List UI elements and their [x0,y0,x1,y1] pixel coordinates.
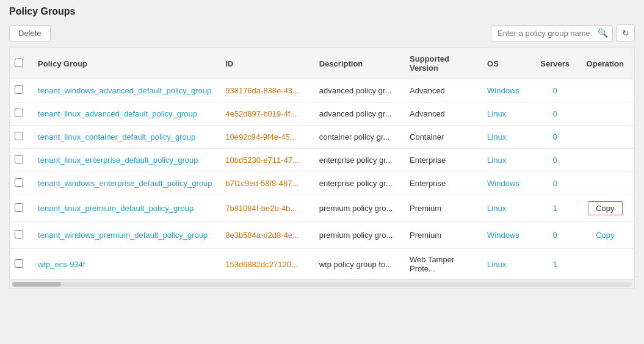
header-description: Description [314,48,405,79]
row-servers[interactable]: 1 [534,249,576,280]
row-servers[interactable]: 0 [534,126,576,149]
row-servers[interactable]: 0 [534,172,576,195]
search-input-wrapper: 🔍 [491,25,613,41]
row-servers[interactable]: 0 [534,149,576,172]
row-checkbox[interactable] [15,178,23,187]
row-os: Linux [482,102,534,126]
row-servers[interactable]: 1 [534,195,576,222]
scrollbar-track [12,282,632,287]
row-os: Windows [482,79,534,102]
header-servers: Servers [534,48,576,79]
row-os: Linux [482,195,534,222]
policy-group-link[interactable]: wtp_ecs-934f [38,260,85,269]
row-id: b7f1c9ed-58f8-487... [220,172,314,195]
row-id: 4e52d897-b019-4f... [220,102,314,126]
page-wrapper: Policy Groups Delete 🔍 ↻ Policy Group ID… [0,0,644,344]
row-operation [576,102,634,126]
header-operation: Operation [576,48,634,79]
row-checkbox[interactable] [15,109,23,117]
refresh-button[interactable]: ↻ [617,24,635,41]
row-description: wtp policy group fo... [314,249,405,280]
table-row: tenant_windows_premium_default_policy_gr… [10,222,634,249]
header-checkbox-col [10,48,33,79]
row-description: advanced policy gr... [314,79,405,102]
scrollbar-thumb [12,282,61,287]
row-id: 153d6882dc27120... [220,249,314,280]
row-supported-version: Container [405,126,482,149]
row-supported-version: Premium [405,195,482,222]
delete-button[interactable]: Delete [9,25,51,41]
policy-group-link[interactable]: tenant_linux_premium_default_policy_grou… [38,204,194,213]
row-servers[interactable]: 0 [534,222,576,249]
table-row: tenant_windows_advanced_default_policy_g… [10,79,634,102]
copy-button-highlighted[interactable]: Copy [588,201,622,215]
policy-group-link[interactable]: tenant_windows_premium_default_policy_gr… [38,231,208,240]
row-supported-version: Web Tamper Prote... [405,249,482,280]
row-id: 10bd5230-e711-47... [220,149,314,172]
table-header-row: Policy Group ID Description Supported Ve… [10,48,634,79]
row-id: 8e3b584a-d2d8-4e... [220,222,314,249]
row-os: Linux [482,249,534,280]
header-os: OS [482,48,534,79]
policy-group-link[interactable]: tenant_linux_advanced_default_policy_gro… [38,109,197,118]
row-checkbox[interactable] [15,85,23,94]
row-operation [576,79,634,102]
row-operation: Copy [576,222,634,249]
row-checkbox[interactable] [15,259,23,268]
row-operation [576,172,634,195]
row-description: enterprise policy gr... [314,149,405,172]
row-description: container policy gr... [314,126,405,149]
search-input[interactable] [491,25,613,41]
row-checkbox[interactable] [15,132,23,140]
header-supported-version: Supported Version [405,48,482,79]
table-row: tenant_linux_premium_default_policy_grou… [10,195,634,222]
row-description: premium policy gro... [314,195,405,222]
row-id: 10e92c94-9f4e-45... [220,126,314,149]
row-operation [576,126,634,149]
row-checkbox[interactable] [15,230,23,238]
toolbar: Delete 🔍 ↻ [9,24,635,41]
table-row: tenant_linux_advanced_default_policy_gro… [10,102,634,126]
horizontal-scrollbar[interactable] [10,279,634,288]
row-supported-version: Enterprise [405,149,482,172]
select-all-checkbox[interactable] [15,59,23,67]
row-description: advanced policy gr... [314,102,405,126]
row-supported-version: Advanced [405,79,482,102]
row-operation [576,249,634,280]
policy-groups-table: Policy Group ID Description Supported Ve… [10,48,634,279]
policy-group-link[interactable]: tenant_windows_advanced_default_policy_g… [38,86,211,95]
table-row: tenant_linux_container_default_policy_gr… [10,126,634,149]
row-id: 938176da-838e-43... [220,79,314,102]
row-supported-version: Advanced [405,102,482,126]
row-supported-version: Enterprise [405,172,482,195]
search-icon: 🔍 [598,28,608,38]
policy-group-link[interactable]: tenant_linux_enterprise_default_policy_g… [38,156,198,165]
row-description: premium policy gro... [314,222,405,249]
policy-group-link[interactable]: tenant_linux_container_default_policy_gr… [38,132,195,142]
row-operation: Copy [576,195,634,222]
row-operation [576,149,634,172]
row-os: Windows [482,172,534,195]
row-id: 7b81084f-be2b-4b... [220,195,314,222]
table-row: tenant_linux_enterprise_default_policy_g… [10,149,634,172]
header-id: ID [220,48,314,79]
row-description: enterprise policy gr... [314,172,405,195]
row-os: Windows [482,222,534,249]
copy-button[interactable]: Copy [588,228,622,242]
search-area: 🔍 ↻ [491,24,635,41]
table-body: tenant_windows_advanced_default_policy_g… [10,79,634,280]
row-servers[interactable]: 0 [534,79,576,102]
table-row: tenant_windows_enterprise_default_policy… [10,172,634,195]
policy-group-link[interactable]: tenant_windows_enterprise_default_policy… [38,179,212,188]
header-policy-group: Policy Group [33,48,220,79]
row-supported-version: Premium [405,222,482,249]
table-container: Policy Group ID Description Supported Ve… [9,48,635,288]
row-checkbox[interactable] [15,155,23,163]
table-row: wtp_ecs-934f153d6882dc27120...wtp policy… [10,249,634,280]
row-checkbox[interactable] [15,203,23,212]
row-os: Linux [482,149,534,172]
page-title: Policy Groups [9,6,635,17]
row-servers[interactable]: 0 [534,102,576,126]
row-os: Linux [482,126,534,149]
